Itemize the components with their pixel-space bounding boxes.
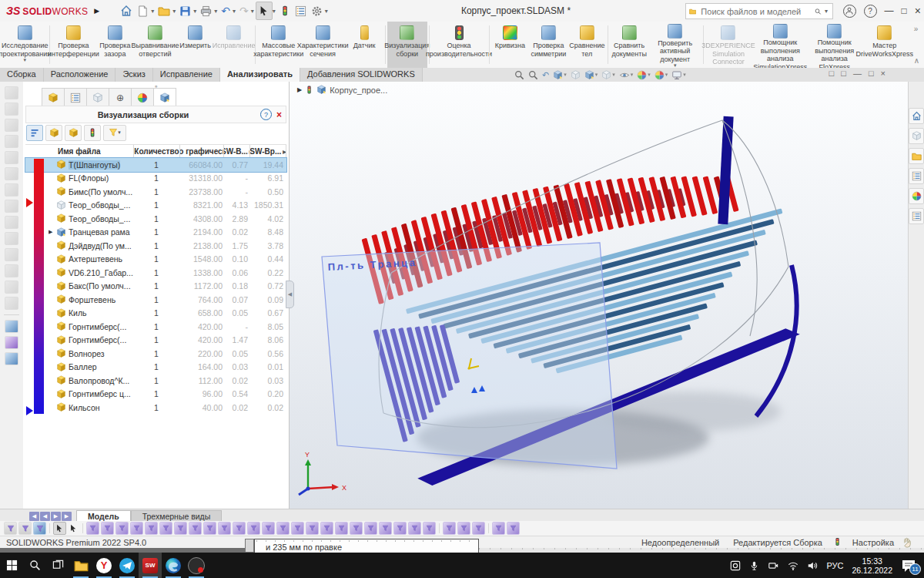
component-name[interactable]: Т(Шпангоуты) bbox=[69, 160, 120, 170]
tab-scroll-buttons[interactable]: ◀◀ ▶▶ bbox=[29, 512, 72, 521]
view-orientation-icon[interactable]: ▾ bbox=[584, 70, 598, 80]
select-caret-icon[interactable]: ▾ bbox=[273, 8, 276, 15]
panel-close-icon[interactable]: × bbox=[276, 109, 282, 120]
filter-tool-icon[interactable] bbox=[145, 522, 158, 535]
filter-tool-icon[interactable] bbox=[393, 522, 407, 535]
filter-tool-icon[interactable] bbox=[101, 522, 114, 535]
filter-tool-icon[interactable] bbox=[320, 522, 333, 535]
filter-tool-icon[interactable] bbox=[472, 522, 485, 535]
filter-tool-icon[interactable] bbox=[291, 522, 304, 535]
search-input[interactable] bbox=[699, 6, 812, 17]
filter-tool-icon[interactable] bbox=[189, 522, 202, 535]
filter-tool-icon[interactable] bbox=[423, 522, 436, 535]
value-bars-toggle[interactable] bbox=[26, 125, 43, 141]
tab-feature-tree[interactable] bbox=[42, 88, 65, 107]
ribbon-item-6[interactable]: Массовые характеристики bbox=[256, 22, 300, 68]
ribbon-item-12[interactable]: Проверка симметрии bbox=[529, 22, 567, 68]
filter-tool-icon[interactable] bbox=[116, 522, 129, 535]
table-row[interactable]: Теор_обводы_...18321.004.131850.31 bbox=[25, 199, 286, 213]
gradient-marker-blue[interactable] bbox=[26, 406, 33, 415]
table-row[interactable]: Ахтерштевень11548.000.100.44 bbox=[25, 253, 286, 267]
open-caret-icon[interactable]: ▾ bbox=[172, 8, 176, 15]
filter-button[interactable]: ▾ bbox=[103, 125, 126, 141]
component-name[interactable]: Валопровод^К... bbox=[69, 376, 129, 385]
maximize-button[interactable]: □ bbox=[902, 5, 907, 16]
ribbon-item-17[interactable]: Помощник выполнения анализа SimulationXp… bbox=[752, 22, 808, 68]
save-caret-icon[interactable]: ▾ bbox=[193, 8, 196, 15]
view-tool-icon-2[interactable] bbox=[5, 336, 18, 349]
graphics-viewport[interactable]: Пл-ть Транца Y X ▶ bbox=[290, 82, 909, 509]
table-row[interactable]: ▶Транцевая рама12194.000.028.48 bbox=[25, 226, 286, 240]
table-row[interactable]: Волнорез1220.000.050.56 bbox=[25, 347, 286, 361]
hide-show-items-icon[interactable]: ▾ bbox=[619, 70, 634, 80]
new-caret-icon[interactable]: ▾ bbox=[151, 8, 154, 15]
camera-tray-icon[interactable] bbox=[768, 560, 779, 571]
custom-toolbar-label[interactable]: Настройка bbox=[852, 538, 894, 547]
ribbon-item-10[interactable]: Оценка производительности bbox=[431, 22, 487, 68]
display-style-icon[interactable]: ▾ bbox=[601, 70, 615, 80]
ribbon-item-13[interactable]: Сравнение тел bbox=[567, 22, 606, 68]
ribbon-item-4[interactable]: Измерить bbox=[176, 22, 215, 68]
options-list-icon[interactable] bbox=[293, 2, 309, 19]
previous-view-icon[interactable]: ↶ bbox=[542, 70, 549, 80]
search-caret-icon[interactable]: ▾ bbox=[825, 8, 828, 15]
tab-assembly-visualization[interactable] bbox=[154, 88, 176, 107]
volume-tray-icon[interactable] bbox=[807, 560, 818, 571]
table-row[interactable]: VD6.210_Габар...11338.000.060.22 bbox=[25, 266, 286, 280]
column-sort-icon[interactable]: ▶ bbox=[283, 149, 286, 154]
table-row[interactable]: Бимс(По умолч...123738.00-0.50 bbox=[25, 185, 286, 199]
ribbon-item-18[interactable]: Помощник выполнения анализа FloXpress bbox=[809, 22, 860, 68]
filter-tool-icon[interactable] bbox=[233, 522, 246, 535]
command-tab-6[interactable]: Добавления SOLIDWORKS bbox=[300, 68, 423, 82]
ribbon-overflow-controls[interactable]: »∧ bbox=[909, 22, 924, 68]
undo-button[interactable]: ↶ bbox=[219, 2, 233, 19]
table-row[interactable]: Бакс(По умолч...11172.000.180.72 bbox=[25, 280, 286, 294]
component-name[interactable]: Горнтимберс ц... bbox=[69, 389, 131, 398]
component-name[interactable]: Бакс(По умолч... bbox=[69, 281, 131, 291]
zoom-area-icon[interactable] bbox=[528, 70, 538, 80]
select-cursor-icon[interactable] bbox=[68, 523, 79, 534]
stem-post[interactable] bbox=[718, 116, 733, 224]
doc-minimize-icon[interactable]: — bbox=[853, 69, 862, 78]
undo-caret-icon[interactable]: ▾ bbox=[233, 8, 236, 15]
ship-hull-model[interactable]: Пл-ть Транца Y X bbox=[290, 82, 909, 509]
ribbon-caret-icon[interactable]: ▾ bbox=[24, 58, 27, 62]
column-header-2[interactable]: Количество bbox=[134, 145, 181, 158]
account-icon[interactable] bbox=[843, 5, 856, 18]
help-icon[interactable]: ? bbox=[864, 5, 877, 18]
microphone-tray-icon[interactable] bbox=[749, 560, 759, 571]
filter-tool-icon[interactable] bbox=[306, 522, 319, 535]
column-header-5[interactable]: SW-Вр...▶ bbox=[250, 145, 286, 158]
table-row[interactable]: FL(Флоры)131318.00-6.91 bbox=[25, 172, 286, 186]
component-name[interactable]: Киль bbox=[69, 308, 87, 318]
close-button[interactable]: × bbox=[915, 5, 921, 17]
ribbon-item-2[interactable]: Проверка зазора bbox=[95, 22, 134, 68]
open-button[interactable] bbox=[156, 2, 172, 19]
table-row[interactable]: Валопровод^К...1112.000.020.03 bbox=[25, 374, 286, 388]
transom-plane[interactable] bbox=[322, 243, 617, 469]
ribbon-item-8[interactable]: Датчик bbox=[345, 22, 383, 68]
gradient-marker-red[interactable] bbox=[26, 198, 33, 207]
filter-tool-icon[interactable] bbox=[218, 522, 231, 535]
taskbar-search-button[interactable] bbox=[23, 553, 46, 578]
filter-tool-icon[interactable] bbox=[408, 522, 421, 535]
command-tab-2[interactable]: Расположение bbox=[44, 68, 116, 82]
wifi-tray-icon[interactable] bbox=[788, 560, 798, 571]
background-document-window[interactable]: и 235 мм по правке bbox=[254, 539, 479, 553]
taskpane-custom-properties-tab[interactable] bbox=[909, 208, 924, 224]
doc-new-window-icon[interactable]: □ bbox=[841, 69, 846, 78]
command-tab-1[interactable]: Сборка bbox=[0, 68, 44, 82]
doc-close-icon[interactable]: × bbox=[881, 69, 886, 78]
select-tool-button[interactable] bbox=[256, 2, 273, 20]
column-header-3[interactable]: Всего графически...▶ bbox=[180, 145, 224, 158]
component-name[interactable]: Форштевень bbox=[69, 295, 116, 304]
component-name[interactable]: Кильсон bbox=[69, 403, 100, 412]
language-indicator[interactable]: РУС bbox=[826, 561, 843, 570]
ribbon-item-15[interactable]: Проверить активный документ▾ bbox=[648, 22, 701, 68]
ribbon-item-0[interactable]: Исследование проектирования▾ bbox=[2, 22, 48, 68]
ribbon-item-14[interactable]: Сравнить документы bbox=[610, 22, 648, 68]
notification-center-button[interactable]: 11 bbox=[901, 559, 918, 573]
view-tool-icon-3[interactable] bbox=[5, 352, 18, 365]
filter-tool-icon[interactable] bbox=[276, 522, 290, 535]
model-tab-1[interactable]: Модель bbox=[76, 510, 131, 522]
